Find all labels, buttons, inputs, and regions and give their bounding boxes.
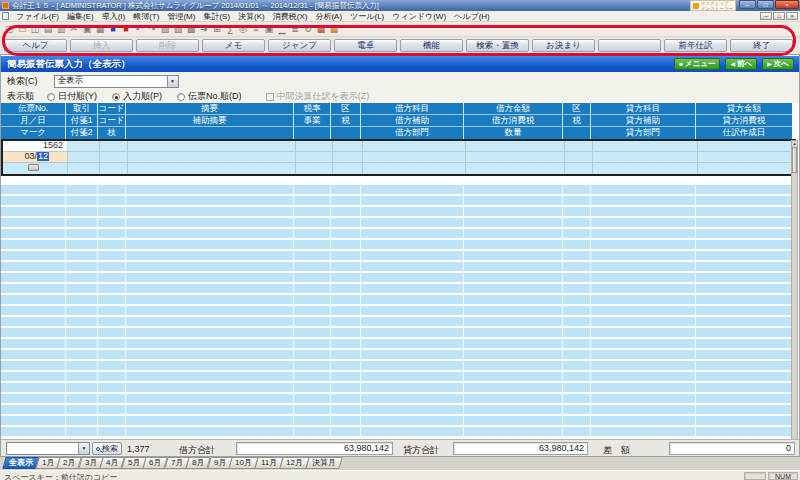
save-icon[interactable]: ◫ (29, 23, 41, 35)
fn-button-blank-9[interactable] (598, 39, 661, 52)
dropdown-arrow-icon[interactable]: ▼ (167, 76, 178, 87)
menu-items: ファイル(F)編集(E)導入(I)帳簿(T)管理(M)集計(S)決算(K)消費税… (12, 11, 494, 22)
empty-entry-row[interactable] (1, 273, 792, 282)
month-tab-全表示[interactable]: 全表示 (2, 457, 39, 469)
empty-entry-row[interactable] (1, 306, 792, 315)
sort-icon[interactable]: ≣ (289, 23, 301, 35)
fn-button-削除[interactable]: 削除 (136, 39, 199, 52)
prev-button[interactable]: ◀前へ (725, 58, 757, 70)
menu-nav-button[interactable]: ■メニュー (674, 58, 720, 70)
function-icon[interactable]: ∑ (224, 23, 236, 35)
vertical-scrollbar[interactable]: ▲ ▼ (791, 140, 798, 449)
order-option-0[interactable]: 日付順(Y) (47, 90, 97, 103)
calculator-icon[interactable]: ⊞ (211, 23, 223, 35)
empty-entry-row[interactable] (1, 394, 792, 403)
empty-entry-row[interactable] (1, 229, 792, 238)
jump-combo[interactable]: ▼ (6, 442, 90, 455)
grid-color-icon[interactable]: ▦ (328, 23, 340, 35)
mdi-restore-button[interactable]: □ (773, 12, 785, 20)
menu-item-10[interactable]: ウィンドウ(W) (388, 11, 450, 22)
order-option-1[interactable]: 入力順(P) (112, 90, 162, 103)
fn-button-機能[interactable]: 機能 (400, 39, 463, 52)
new-slip-icon[interactable]: ▢ (3, 23, 15, 35)
insert-row-icon[interactable]: ▧ (159, 23, 171, 35)
empty-entry-row[interactable] (1, 350, 792, 359)
memo-icon[interactable]: ▩ (185, 23, 197, 35)
month-tab-決算月[interactable]: 決算月 (305, 457, 342, 469)
scrollbar-thumb[interactable] (792, 147, 797, 173)
jump-combo-arrow-icon[interactable]: ▼ (78, 443, 89, 454)
empty-entry-row[interactable] (1, 207, 792, 216)
menu-item-8[interactable]: 分析(A) (311, 11, 346, 22)
menu-item-5[interactable]: 集計(S) (199, 11, 234, 22)
mdi-close-button[interactable]: × (786, 12, 798, 20)
fn-button-終了[interactable]: 終了 (730, 39, 793, 52)
empty-entry-row[interactable] (1, 361, 792, 370)
open-icon[interactable]: ▭ (16, 23, 28, 35)
menu-item-2[interactable]: 導入(I) (98, 11, 130, 22)
quick-search-button[interactable]: 検索 (92, 442, 122, 455)
bookmark-blue-icon[interactable]: ■ (107, 23, 119, 35)
empty-entry-row[interactable] (1, 295, 792, 304)
selected-entry-row[interactable]: 156203/12 (1, 139, 796, 176)
fn-button-検索・置換[interactable]: 検索・置換 (466, 39, 529, 52)
redo-icon[interactable]: ↷ (146, 23, 158, 35)
fn-button-お決まり[interactable]: お決まり (532, 39, 595, 52)
empty-entry-row[interactable] (1, 372, 792, 381)
mark-button[interactable] (28, 164, 39, 171)
menu-item-0[interactable]: ファイル(F) (12, 11, 63, 22)
empty-entry-row[interactable] (1, 317, 792, 326)
empty-entry-row[interactable] (1, 218, 792, 227)
undo-icon[interactable]: ↶ (133, 23, 145, 35)
empty-entry-row[interactable] (1, 185, 792, 194)
empty-entry-row[interactable] (1, 416, 792, 425)
empty-entry-row[interactable] (1, 328, 792, 337)
empty-cell (294, 240, 331, 249)
empty-entry-row[interactable] (1, 251, 792, 260)
fn-button-挿入[interactable]: 挿入 (70, 39, 133, 52)
next-button[interactable]: ▶次へ (762, 58, 794, 70)
replace-icon[interactable]: ≡ (250, 23, 262, 35)
delete-row-icon[interactable]: ▨ (172, 23, 184, 35)
marker-red-icon[interactable]: ■ (120, 23, 132, 35)
empty-entry-row[interactable] (1, 383, 792, 392)
menu-item-4[interactable]: 管理(M) (163, 11, 199, 22)
preview-icon[interactable]: ▥ (55, 23, 67, 35)
date-cell[interactable]: 03/12 (3, 152, 68, 162)
maximize-button[interactable]: □ (757, 0, 774, 9)
menu-item-11[interactable]: ヘルプ(H) (450, 11, 494, 22)
fn-button-前年仕訳[interactable]: 前年仕訳 (664, 39, 727, 52)
menu-item-6[interactable]: 決算(K) (234, 11, 269, 22)
empty-entry-row[interactable] (1, 405, 792, 414)
empty-entry-row[interactable] (1, 284, 792, 293)
fn-button-メモ[interactable]: メモ (202, 39, 265, 52)
cut-icon[interactable]: ✂ (68, 23, 80, 35)
minimize-button[interactable]: ─ (739, 0, 756, 9)
empty-entry-row[interactable] (1, 339, 792, 348)
menu-item-7[interactable]: 消費税(X) (269, 11, 312, 22)
chart-icon[interactable]: ▁ (276, 23, 288, 35)
close-button[interactable]: × (775, 0, 799, 9)
search-icon[interactable]: ◎ (237, 23, 249, 35)
menu-item-9[interactable]: ツール(L) (346, 11, 388, 22)
jump-icon[interactable]: ➔ (198, 23, 210, 35)
copy-icon[interactable]: ▣ (81, 23, 93, 35)
fn-button-ジャンプ[interactable]: ジャンプ (268, 39, 331, 52)
fn-button-電卓[interactable]: 電卓 (334, 39, 397, 52)
order-option-2[interactable]: 伝票No.順(D) (177, 90, 242, 103)
excel-icon[interactable]: ▦ (315, 23, 327, 35)
search-filter-select[interactable]: 全表示 ▼ (54, 75, 179, 88)
refresh-icon[interactable]: ↻ (302, 23, 314, 35)
print-icon[interactable]: ▤ (42, 23, 54, 35)
empty-entry-row[interactable] (1, 262, 792, 271)
empty-entry-row[interactable] (1, 240, 792, 249)
empty-entry-row[interactable] (1, 196, 792, 205)
paste-icon[interactable]: ▦ (94, 23, 106, 35)
empty-entry-row[interactable] (1, 427, 792, 436)
fn-button-ヘルプ[interactable]: ヘルプ (4, 39, 67, 52)
window-icon[interactable]: ▣ (263, 23, 275, 35)
menu-item-1[interactable]: 編集(E) (63, 11, 98, 22)
desktop-installer-badge[interactable]: デスクトップ インストーラー (690, 0, 736, 11)
mdi-minimize-button[interactable]: ─ (760, 12, 772, 20)
menu-item-3[interactable]: 帳簿(T) (129, 11, 163, 22)
